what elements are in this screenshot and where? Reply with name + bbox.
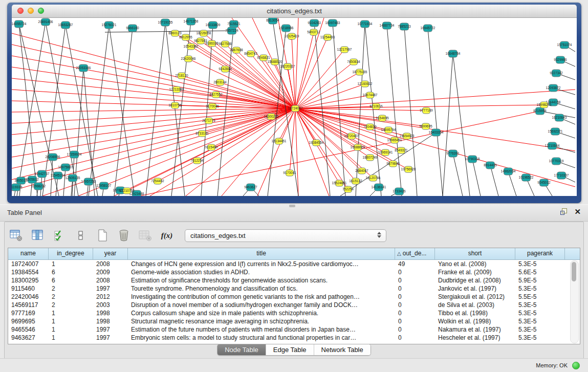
graph-node[interactable]: 13958107	[97, 182, 112, 189]
graph-node[interactable]: 752254	[342, 186, 354, 192]
graph-node[interactable]: 15276021	[102, 21, 117, 29]
graph-node[interactable]: 10674487	[363, 92, 378, 98]
graph-node[interactable]: 19218986	[279, 25, 294, 32]
close-panel-icon[interactable]: ✕	[574, 208, 581, 215]
table-row[interactable]: 969969511998Structural magnetic resonanc…	[8, 317, 580, 325]
graph-node[interactable]: 9170046	[206, 103, 219, 110]
graph-node[interactable]: 16033809	[206, 21, 221, 29]
scrollbar-thumb[interactable]	[572, 262, 576, 281]
close-window-button[interactable]	[17, 8, 24, 14]
graph-node[interactable]: 14962034	[501, 168, 516, 175]
table-row[interactable]: 1456911722003Disruption of a novel membe…	[8, 301, 580, 309]
column-header-year[interactable]: year	[93, 248, 128, 259]
graph-node[interactable]: 12217997	[337, 47, 352, 53]
graph-node[interactable]: 8505612	[26, 176, 39, 183]
graph-node[interactable]: 10770319	[549, 158, 564, 165]
graph-node[interactable]: 14887734	[380, 22, 395, 29]
table-select-dropdown[interactable]: citations_edges.txt	[185, 229, 386, 242]
graph-node[interactable]: 14136141	[372, 184, 386, 191]
network-canvas[interactable]: 1872400714055724208914061065328715276021…	[12, 18, 577, 196]
select-attributes-icon[interactable]	[52, 228, 67, 243]
zoom-window-button[interactable]	[38, 8, 44, 14]
graph-node[interactable]: 18226058	[197, 30, 211, 36]
graph-node[interactable]: 10975887	[58, 164, 73, 171]
delete-icon[interactable]	[116, 228, 132, 243]
graph-node[interactable]: 10196522	[519, 174, 534, 181]
graph-node[interactable]: 16120746	[366, 175, 381, 181]
graph-node[interactable]: 10771934	[358, 20, 373, 28]
graph-node[interactable]: 9466160	[126, 25, 139, 32]
graph-node[interactable]: 8912955	[179, 34, 192, 40]
table-row[interactable]: 1830029562008Estimation of significance …	[8, 276, 580, 285]
graph-node[interactable]: 16648784	[446, 50, 461, 57]
graph-node[interactable]: 9115460	[205, 144, 218, 150]
graph-node[interactable]: 9329966	[554, 56, 567, 63]
rows-icon[interactable]	[73, 228, 89, 243]
graph-node[interactable]: 9827508	[219, 41, 232, 47]
table-row[interactable]: 1938455462009Genome-wide association stu…	[8, 268, 580, 276]
graph-node[interactable]: 7885213	[398, 23, 411, 30]
column-header-title[interactable]: title	[128, 248, 395, 259]
graph-node[interactable]: 2803144	[213, 79, 227, 85]
network-window-titlebar[interactable]: citations_edges.txt	[12, 5, 577, 18]
graph-node[interactable]: 9699695	[419, 123, 432, 129]
graph-node[interactable]: 12160612	[358, 81, 373, 87]
graph-node[interactable]: 18220317	[280, 63, 295, 70]
graph-node[interactable]: 1615132	[349, 178, 362, 184]
graph-node[interactable]: 14671358	[184, 18, 199, 25]
column-header-short[interactable]: short	[435, 248, 515, 259]
graph-node[interactable]: 15134451	[272, 138, 287, 144]
graph-node[interactable]: 7857224	[225, 27, 238, 34]
graph-node[interactable]: 10969141	[378, 149, 393, 156]
graph-node[interactable]: 22420046	[181, 56, 196, 62]
graph-node[interactable]: 9170041	[283, 170, 296, 176]
table-row[interactable]: 1872400712008Changes of HCN gene express…	[8, 260, 580, 268]
graph-node[interactable]: 16945722	[421, 25, 435, 32]
table-row[interactable]: 977716911998Corpus callosum shape and si…	[8, 309, 580, 317]
graph-node[interactable]: 8454743	[244, 51, 257, 57]
graph-node[interactable]: 8215958	[533, 107, 547, 115]
graph-node[interactable]: 9245012	[537, 179, 551, 186]
graph-node[interactable]: 10543382	[184, 43, 199, 50]
graph-node[interactable]: 1810755	[168, 102, 182, 108]
graph-node[interactable]: 2671773	[202, 118, 215, 124]
graph-node[interactable]: 15751074	[557, 41, 572, 49]
graph-node[interactable]: 9242844	[219, 66, 232, 72]
memory-status-icon[interactable]	[572, 362, 580, 369]
graph-node[interactable]: 2367608	[230, 47, 243, 53]
graph-node[interactable]: 16403354	[429, 129, 444, 136]
column-header-in_degree[interactable]: in_degree	[49, 248, 93, 259]
graph-node[interactable]: 9777169	[420, 107, 433, 114]
graph-node[interactable]: 10653287	[58, 21, 73, 29]
graph-node[interactable]: 2718120	[175, 73, 188, 79]
table-row[interactable]: 2242004622012Investigating the contribut…	[8, 293, 580, 301]
graph-node[interactable]: 19384554	[309, 140, 324, 146]
tab-node-table[interactable]: Node Table	[217, 344, 266, 355]
graph-node[interactable]: 10325419	[285, 33, 299, 39]
table-row[interactable]: 946554611997Estimation of the future num…	[8, 325, 580, 334]
graph-node[interactable]: 12505135	[66, 174, 80, 182]
vertical-scrollbar[interactable]	[570, 260, 579, 343]
tab-edge-table[interactable]: Edge Table	[266, 344, 314, 355]
graph-node[interactable]: 10688609	[351, 144, 365, 150]
graph-node[interactable]: 8813054	[266, 18, 279, 24]
graph-node[interactable]: 9463627	[244, 184, 257, 191]
float-panel-icon[interactable]	[560, 208, 567, 215]
graph-node[interactable]: 9104283	[308, 19, 321, 27]
graph-node[interactable]: 7515521	[227, 20, 241, 28]
graph-node[interactable]: 8733181	[195, 130, 209, 137]
table-column-icon[interactable]	[30, 228, 46, 243]
graph-node[interactable]: 16097483	[325, 19, 340, 27]
graph-node[interactable]: 15692371	[548, 128, 563, 135]
split-divider-handle[interactable]	[289, 205, 295, 207]
graph-node[interactable]: 14895794	[381, 127, 396, 133]
new-document-icon[interactable]	[95, 228, 110, 243]
column-header-out_de[interactable]: △out_de...	[395, 248, 435, 259]
network-graph[interactable]: 1872400714055724208914061065328715276021…	[12, 18, 577, 196]
graph-node[interactable]: 11254493	[320, 34, 335, 40]
graph-node[interactable]: 15720407	[344, 133, 359, 139]
graph-node[interactable]: 8914405	[484, 162, 497, 169]
graph-node[interactable]: 9119338	[12, 184, 23, 191]
network-view-window[interactable]: citations_edges.txt 18724007140557242089…	[7, 3, 581, 203]
graph-node[interactable]: 20053346	[76, 64, 91, 72]
